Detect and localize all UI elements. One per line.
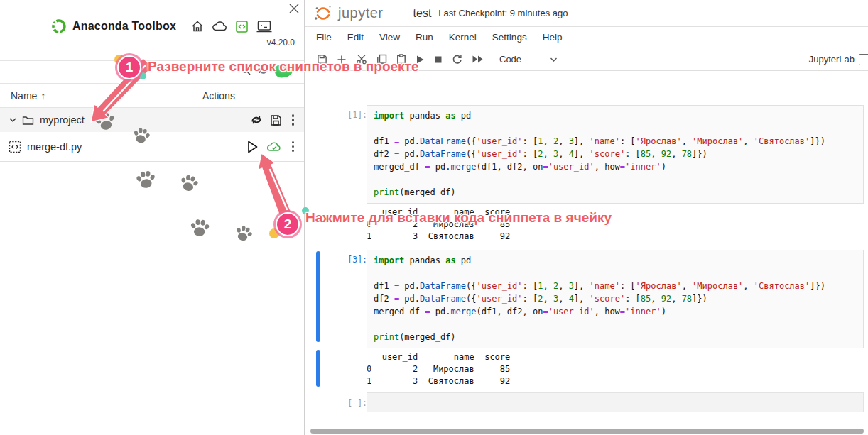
- cell-type-dropdown[interactable]: Code: [499, 54, 521, 65]
- anaconda-logo-icon: [51, 18, 67, 34]
- file-row-merge-df[interactable]: merge-df.py: [0, 132, 304, 162]
- paw-print-decoration: [131, 125, 152, 146]
- file-name: merge-df.py: [27, 141, 82, 153]
- jupyter-wordmark: jupyter: [338, 5, 384, 21]
- empty-cell-input[interactable]: [367, 392, 864, 412]
- folder-icon: [22, 115, 34, 126]
- project-row-myproject[interactable]: myproject: [0, 108, 304, 132]
- step1-badge: 1: [117, 55, 141, 79]
- cell3-input[interactable]: import pandas as pd df1 = pd.DataFrame({…: [367, 250, 864, 348]
- jupyter-menubar: File Edit View Run Kernel Settings Help: [305, 27, 868, 48]
- restart-run-all-icon[interactable]: [467, 55, 488, 64]
- brand-nav-icons: [190, 19, 273, 33]
- paw-print-decoration: [134, 167, 158, 192]
- sync-icon[interactable]: [250, 114, 263, 126]
- checkpoint-label: Last Checkpoint: 9 minutes ago: [438, 8, 568, 18]
- file-table-header: Name↑ Actions: [0, 83, 304, 108]
- code-file-icon: [9, 141, 21, 153]
- cell3-input-prompt: [3]:: [339, 255, 367, 265]
- sort-asc-icon: ↑: [40, 90, 45, 101]
- cloud-icon[interactable]: [212, 19, 228, 33]
- menu-file[interactable]: File: [308, 27, 340, 48]
- empty-cell-prompt: [ ]:: [339, 398, 367, 408]
- jupyter-logo-icon: [314, 4, 332, 23]
- notebook-title[interactable]: test: [413, 7, 432, 20]
- brand-row: Anaconda Toolbox: [51, 18, 273, 34]
- home-icon[interactable]: [190, 19, 205, 33]
- project-name: myproject: [40, 114, 85, 126]
- horizontal-scrollbar[interactable]: [310, 429, 864, 434]
- chevron-down-icon[interactable]: [550, 57, 558, 62]
- paw-print-decoration: [188, 216, 211, 239]
- cell1-input-prompt: [1]:: [339, 110, 367, 120]
- console-icon[interactable]: [256, 20, 273, 33]
- active-cell-output-collapser[interactable]: [316, 350, 320, 387]
- menu-run[interactable]: Run: [408, 27, 441, 48]
- decorative-dot: [139, 72, 146, 79]
- save-icon[interactable]: [270, 114, 282, 126]
- actions-column-header: Actions: [202, 90, 235, 101]
- paw-print-decoration: [177, 171, 200, 194]
- menu-settings[interactable]: Settings: [484, 27, 535, 48]
- jupyterlab-label[interactable]: JupyterLab: [809, 54, 855, 65]
- version-label: v4.20.0: [267, 38, 295, 48]
- menu-edit[interactable]: Edit: [340, 27, 371, 48]
- step1-annotation-text: Разверните список сниппетов в проекте: [148, 59, 418, 75]
- more-menu-icon[interactable]: [289, 140, 298, 154]
- close-icon[interactable]: [288, 1, 303, 16]
- menu-help[interactable]: Help: [535, 27, 570, 48]
- chevron-down-icon[interactable]: [9, 116, 17, 124]
- jupyterlab-logo-icon: [859, 54, 868, 65]
- run-snippet-icon[interactable]: [246, 140, 259, 154]
- stop-icon[interactable]: [429, 55, 447, 64]
- restart-icon[interactable]: [447, 54, 467, 65]
- name-column-header[interactable]: Name↑: [11, 90, 45, 101]
- menu-view[interactable]: View: [371, 27, 408, 48]
- paw-print-decoration: [232, 222, 256, 246]
- cell3-output: user_id name score 0 2 Мирослав 85 1 3 С…: [367, 351, 510, 387]
- step2-badge: 2: [276, 212, 300, 236]
- step2-annotation-text: Нажмите для вставки кода сниппета в ячей…: [305, 210, 612, 226]
- active-cell-collapser[interactable]: [316, 251, 320, 342]
- menu-kernel[interactable]: Kernel: [441, 27, 484, 48]
- cell1-input[interactable]: import pandas as pd df1 = pd.DataFrame({…: [367, 105, 864, 204]
- app-title: Anaconda Toolbox: [72, 20, 176, 33]
- code-box-icon[interactable]: [235, 20, 249, 33]
- more-menu-icon[interactable]: [289, 113, 298, 127]
- jupyter-header: jupyter test Last Checkpoint: 9 minutes …: [305, 0, 868, 27]
- column-divider: [192, 84, 192, 108]
- app-window: Anaconda Toolbox v4.20.0: [0, 0, 868, 435]
- cloud-synced-icon[interactable]: [266, 141, 282, 153]
